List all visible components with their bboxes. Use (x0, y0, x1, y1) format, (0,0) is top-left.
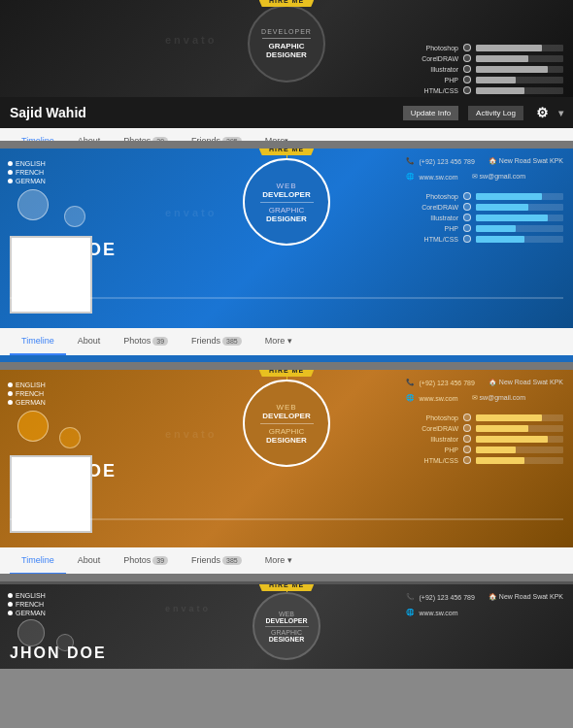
lang-circles (17, 189, 76, 223)
role-line3: DESIGNER (266, 50, 307, 59)
contact-address: 🏠 New Road Swat KPK (489, 593, 563, 601)
tab-friends[interactable]: Friends 385 (180, 328, 253, 355)
contact-info-brown: 📞 (+92) 123 456 789 🏠 New Road Swat KPK … (405, 378, 563, 406)
separator (10, 518, 563, 520)
lang-french: FRENCH (8, 390, 76, 397)
gear-icon[interactable]: ⚙ (536, 105, 549, 120)
lang-french: FRENCH (8, 169, 76, 176)
role-circle: DEVELOPER GRAPHIC DESIGNER (248, 5, 325, 83)
left-info: ENGLISH FRENCH GERMAN (8, 160, 76, 223)
phone-icon: 📞 (405, 156, 415, 166)
contact-phone: (+92) 123 456 789 (419, 594, 474, 601)
contact-website: www.sw.com (419, 610, 457, 616)
contact-address: 🏠 New Road Swat KPK (489, 157, 563, 165)
skills-area-blue: Photoshop CorelDRAW Illustrator PHP HTML… (405, 192, 563, 246)
web-icon: 🌐 (405, 393, 415, 403)
skill-bar-bg (476, 77, 563, 83)
contact-info: 📞 (+92) 123 456 789 🏠 New Road Swat KPK … (405, 156, 563, 184)
skill-bar-bg (476, 87, 563, 94)
role-designer: DESIGNER (266, 215, 307, 223)
phone-icon: 📞 (405, 592, 415, 602)
cover-dark2: envato ENGLISH FRENCH GERMAN JHON DOE HI… (0, 584, 573, 669)
contact-website: www.sw.com (419, 395, 457, 402)
skill-label: CorelDRAW (405, 55, 458, 62)
tab-photos[interactable]: Photos 39 (112, 328, 180, 355)
update-info-button[interactable]: Update Info (403, 106, 458, 120)
hire-banner-dark2: HIRE ME (259, 581, 314, 591)
tab-timeline[interactable]: Timeline (10, 547, 66, 574)
tab-friends[interactable]: Friends385 (180, 128, 253, 141)
contact-phone: (+92) 123 456 789 (419, 380, 474, 386)
circle-divider (260, 202, 314, 203)
name-row: Sajid Wahid Update Info Activity Log ⚙ ▾ (0, 97, 573, 128)
contact-phone-row: 📞 (+92) 123 456 789 🏠 New Road Swat KPK (405, 156, 563, 166)
tab-photos[interactable]: Photos39 (112, 128, 180, 141)
lang-circle-big (17, 619, 45, 646)
skill-html: HTML/CSS (405, 86, 563, 94)
nav-bar-brown: Timeline About Photos 39 Friends 385 Mor… (0, 547, 573, 574)
skill-dot (463, 76, 471, 83)
contact-phone: (+92) 123 456 789 (419, 158, 474, 165)
lang-english: ENGLISH (8, 592, 71, 599)
tab-about[interactable]: About (66, 128, 113, 141)
nav-bar-blue: Timeline About Photos 39 Friends 385 Mor… (0, 328, 573, 355)
role-line1: DEVELOPER (261, 28, 312, 35)
lang-dot (8, 161, 13, 166)
nav-bar: Timeline About Photos39 Friends385 More … (0, 128, 573, 141)
hire-banner: HIRE ME (259, 0, 314, 7)
profile-name-dark2: JHON DOE (10, 645, 107, 662)
tab-more[interactable]: More ▾ (253, 328, 304, 355)
language-list: ENGLISH FRENCH GERMAN (8, 160, 76, 184)
lang-dot (8, 170, 13, 175)
watermark: envato (165, 428, 217, 440)
lang-circle-big (17, 411, 49, 442)
watermark: envato (165, 34, 217, 46)
card-dark2: envato ENGLISH FRENCH GERMAN JHON DOE HI… (0, 581, 573, 669)
role-circle-dark2: WEB DEVELOPER GRAPHIC DESIGNER (253, 592, 320, 660)
lang-dot (8, 179, 13, 183)
contact-web-row: 🌐 www.sw.com ✉ sw@gmail.com (405, 172, 563, 182)
skill-dot (463, 44, 471, 51)
card-gap-1 (0, 141, 573, 149)
skill-php: PHP (405, 76, 563, 83)
cover-dark: envato HIRE ME DEVELOPER GRAPHIC DESIGNE… (0, 0, 573, 97)
tab-about[interactable]: About (66, 547, 113, 574)
left-info-brown: ENGLISH FRENCH GERMAN (8, 381, 76, 445)
skill-bar-fill (476, 66, 548, 73)
web-icon: 🌐 (405, 172, 415, 182)
skill-dot (463, 65, 471, 73)
tab-photos[interactable]: Photos 39 (112, 547, 180, 574)
skill-bar-fill (476, 87, 524, 94)
tab-timeline[interactable]: Timeline (10, 128, 66, 141)
lang-german: GERMAN (8, 399, 76, 406)
role-developer: DEVELOPER (262, 190, 310, 199)
skills-area-brown: Photoshop CorelDRAW Illustrator PHP HTML… (405, 414, 563, 467)
skill-illustrator: Illustrator (405, 65, 563, 73)
separator (10, 297, 563, 299)
activity-log-button[interactable]: Activity Log (468, 106, 523, 120)
lang-german: GERMAN (8, 610, 71, 616)
skill-label: HTML/CSS (405, 87, 458, 94)
contact-email: ✉ sw@gmail.com (472, 394, 526, 402)
tab-more[interactable]: More ▾ (253, 128, 301, 141)
skill-dot (463, 54, 471, 62)
tab-about[interactable]: About (66, 328, 113, 355)
skill-photoshop: Photoshop (405, 44, 563, 51)
lang-circle-big (17, 189, 49, 220)
card-gap-3 (0, 574, 573, 581)
skill-label: Photoshop (405, 45, 458, 51)
lang-german: GERMAN (8, 178, 76, 184)
tab-more[interactable]: More ▾ (253, 547, 304, 574)
skill-bar-bg (476, 55, 563, 62)
skill-bar-fill (476, 45, 542, 51)
hire-banner-brown: HIRE ME (259, 370, 314, 377)
lang-french: FRENCH (8, 601, 71, 608)
role-graphic: GRAPHIC (269, 206, 304, 215)
tab-friends[interactable]: Friends 385 (180, 547, 253, 574)
skill-bar-fill (476, 77, 516, 83)
friends-badge: 385 (222, 137, 242, 142)
contact-email: ✉ sw@gmail.com (472, 173, 526, 181)
lang-circle-sm (64, 206, 85, 227)
phone-icon: 📞 (405, 378, 415, 387)
tab-timeline[interactable]: Timeline (10, 328, 66, 355)
